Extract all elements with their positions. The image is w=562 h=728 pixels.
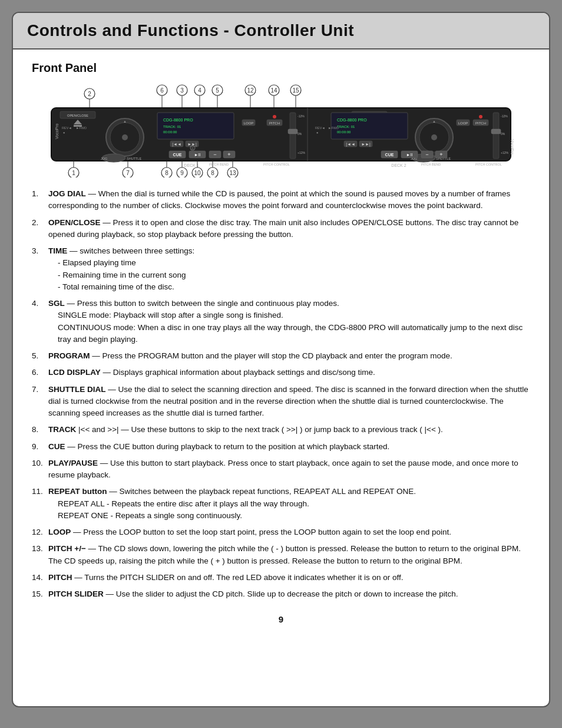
svg-text:00:00:00: 00:00:00 <box>163 130 177 134</box>
svg-text:VocoPro: VocoPro <box>510 139 514 155</box>
svg-point-35 <box>122 134 128 140</box>
svg-text:►II: ►II <box>194 153 201 157</box>
content: Front Panel 2 6 3 4 <box>13 50 549 642</box>
sub-item: CONTINUOUS mode: When a disc in one tray… <box>48 322 530 346</box>
list-item: 13.PITCH +/− — The CD slows down, loweri… <box>32 543 530 567</box>
svg-text:CUE: CUE <box>173 153 182 157</box>
svg-text:VocoPro: VocoPro <box>55 123 59 139</box>
item-number: 4. <box>32 298 38 309</box>
svg-text:CUE: CUE <box>385 153 394 157</box>
list-item: 5.PROGRAM — Press the PROGRAM button and… <box>32 350 530 362</box>
list-item: 15.PITCH SLIDER — Use the slider to adju… <box>32 588 530 600</box>
svg-text:4: 4 <box>198 87 201 94</box>
list-item: 6.LCD DISPLAY — Displays graphical infor… <box>32 367 530 378</box>
page-title: Controls and Functions - Controller Unit <box>27 21 535 40</box>
svg-text:SHUTTLE: SHUTTLE <box>127 157 141 160</box>
item-number: 10. <box>32 457 43 469</box>
item-label: PITCH SLIDER <box>48 589 104 598</box>
svg-text:8: 8 <box>165 170 168 176</box>
item-number: 12. <box>32 526 43 538</box>
svg-text:10: 10 <box>194 170 201 176</box>
svg-rect-98 <box>491 129 501 134</box>
item-label: TIME <box>48 246 67 255</box>
page: Controls and Functions - Controller Unit… <box>12 12 550 707</box>
svg-point-96 <box>479 115 482 118</box>
item-number: 5. <box>32 350 38 362</box>
sub-item: - Remaining time in the current song <box>48 269 530 281</box>
svg-text:13: 13 <box>229 170 236 176</box>
item-number: 2. <box>32 217 38 229</box>
svg-rect-58 <box>288 129 297 134</box>
svg-text:0%: 0% <box>297 132 302 136</box>
item-number: 3. <box>32 245 38 257</box>
svg-text:1: 1 <box>72 170 75 176</box>
item-label: CUE <box>48 442 65 451</box>
svg-text:0%: 0% <box>501 132 505 136</box>
svg-point-75 <box>431 134 437 140</box>
list-item: 12.LOOP — Press the LOOP button to set t… <box>32 526 530 538</box>
svg-text:REV◄: REV◄ <box>62 126 72 130</box>
item-label: PITCH +/− <box>48 544 86 553</box>
item-label: LCD DISPLAY <box>48 368 101 377</box>
item-number: 11. <box>32 486 43 498</box>
svg-text:9: 9 <box>180 170 184 176</box>
list-item: 4.SGL — Press this button to switch betw… <box>32 298 530 345</box>
item-label: JOG DIAL <box>48 189 86 198</box>
item-label: REPEAT button <box>48 487 107 496</box>
item-label: PITCH <box>48 573 72 582</box>
item-number: 13. <box>32 543 43 555</box>
svg-point-56 <box>273 115 276 118</box>
svg-text:CDG-8800 PRO: CDG-8800 PRO <box>163 118 193 122</box>
svg-text:8: 8 <box>211 170 214 176</box>
svg-text:6: 6 <box>160 87 164 94</box>
svg-text:►►|: ►►| <box>187 142 197 147</box>
page-number: 9 <box>32 614 530 624</box>
list-item: 7.SHUTTLE DIAL — Use the dial to select … <box>32 384 530 420</box>
svg-text:12: 12 <box>247 87 254 94</box>
item-label: SHUTTLE DIAL <box>48 385 106 394</box>
svg-text:|◄◄: |◄◄ <box>172 142 181 147</box>
svg-text:PITCH: PITCH <box>475 121 486 125</box>
item-number: 7. <box>32 384 38 396</box>
svg-rect-97 <box>493 113 499 159</box>
svg-text:▲: ▲ <box>432 120 436 123</box>
svg-text:−: − <box>213 151 216 157</box>
svg-text:5: 5 <box>216 87 219 94</box>
item-number: 8. <box>32 424 38 436</box>
item-number: 9. <box>32 441 38 453</box>
list-item: 8.TRACK |<< and >>| — Use these buttons … <box>32 424 530 436</box>
svg-text:LOOP: LOOP <box>458 121 468 125</box>
svg-text:R: R <box>191 147 194 150</box>
svg-text:7: 7 <box>126 170 130 176</box>
svg-text:DECK 1: DECK 1 <box>184 163 199 167</box>
svg-text:PITCH BEND: PITCH BEND <box>421 163 441 166</box>
svg-text:PITCH BEND: PITCH BEND <box>209 163 229 166</box>
svg-text:►FWD: ►FWD <box>76 126 87 130</box>
svg-text:●: ● <box>316 131 318 134</box>
list-item: 3.TIME — switches between three settings… <box>32 245 530 293</box>
item-label: LOOP <box>48 528 71 536</box>
svg-text:PITCH CONTROL: PITCH CONTROL <box>263 163 290 166</box>
sub-item: - Total remaining time of the disc. <box>48 281 530 293</box>
sub-item: REPEAT ONE - Repeats a single song conti… <box>48 510 530 522</box>
item-label: OPEN/CLOSE <box>48 218 101 227</box>
list-item: 9.CUE — Press the CUE button during play… <box>32 441 530 453</box>
svg-rect-57 <box>290 113 296 159</box>
svg-text:+12%: +12% <box>501 151 508 154</box>
svg-text:TRACK: 01: TRACK: 01 <box>337 125 355 129</box>
list-item: 1.JOG DIAL — When the dial is turned whi… <box>32 188 530 212</box>
svg-text:|◄◄: |◄◄ <box>346 142 355 147</box>
svg-text:-12%: -12% <box>501 114 508 118</box>
svg-text:TRACK: 01: TRACK: 01 <box>163 125 181 129</box>
svg-text:●: ● <box>63 131 65 134</box>
item-label: SGL <box>48 299 65 308</box>
svg-text:+12%: +12% <box>297 151 305 154</box>
controller-svg: 2 6 3 4 5 12 14 15 <box>34 83 528 177</box>
svg-text:14: 14 <box>270 87 277 94</box>
svg-text:►II: ►II <box>406 153 413 157</box>
svg-text:►FWD: ►FWD <box>328 126 339 130</box>
svg-text:+: + <box>439 151 442 157</box>
svg-text:+: + <box>227 151 230 157</box>
item-number: 14. <box>32 572 43 584</box>
title-bar: Controls and Functions - Controller Unit <box>13 13 549 50</box>
